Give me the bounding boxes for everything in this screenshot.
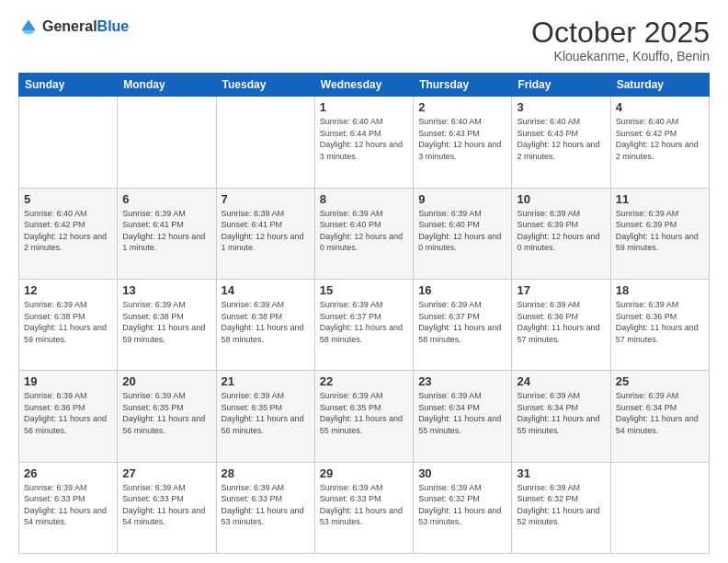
day-info: Sunrise: 6:40 AMSunset: 6:43 PMDaylight:… bbox=[418, 116, 506, 162]
calendar-cell: 21Sunrise: 6:39 AMSunset: 6:35 PMDayligh… bbox=[216, 371, 314, 462]
day-number: 26 bbox=[24, 466, 112, 480]
calendar-cell: 30Sunrise: 6:39 AMSunset: 6:32 PMDayligh… bbox=[414, 462, 512, 553]
day-info: Sunrise: 6:39 AMSunset: 6:39 PMDaylight:… bbox=[616, 208, 704, 254]
day-info: Sunrise: 6:39 AMSunset: 6:41 PMDaylight:… bbox=[222, 208, 310, 254]
day-info: Sunrise: 6:39 AMSunset: 6:33 PMDaylight:… bbox=[24, 482, 112, 528]
day-info: Sunrise: 6:39 AMSunset: 6:34 PMDaylight:… bbox=[418, 390, 506, 436]
calendar-cell: 5Sunrise: 6:40 AMSunset: 6:42 PMDaylight… bbox=[19, 188, 118, 279]
title-block: October 2025 Klouekanme, Kouffo, Benin bbox=[531, 17, 710, 63]
calendar-cell: 27Sunrise: 6:39 AMSunset: 6:33 PMDayligh… bbox=[118, 462, 216, 553]
col-saturday: Saturday bbox=[610, 74, 709, 97]
day-number: 1 bbox=[320, 100, 408, 114]
logo: GeneralBlue bbox=[18, 17, 129, 37]
calendar-cell: 23Sunrise: 6:39 AMSunset: 6:34 PMDayligh… bbox=[414, 371, 512, 462]
calendar-table: Sunday Monday Tuesday Wednesday Thursday… bbox=[18, 73, 710, 554]
calendar-cell bbox=[19, 97, 118, 188]
calendar-cell: 9Sunrise: 6:39 AMSunset: 6:40 PMDaylight… bbox=[414, 188, 512, 279]
day-info: Sunrise: 6:39 AMSunset: 6:39 PMDaylight:… bbox=[517, 208, 605, 254]
day-info: Sunrise: 6:39 AMSunset: 6:33 PMDaylight:… bbox=[122, 482, 210, 528]
svg-marker-1 bbox=[22, 20, 36, 34]
calendar-week-1: 1Sunrise: 6:40 AMSunset: 6:44 PMDaylight… bbox=[19, 97, 710, 188]
calendar-cell: 29Sunrise: 6:39 AMSunset: 6:33 PMDayligh… bbox=[314, 462, 413, 553]
calendar-cell: 11Sunrise: 6:39 AMSunset: 6:39 PMDayligh… bbox=[610, 188, 709, 279]
calendar-cell: 2Sunrise: 6:40 AMSunset: 6:43 PMDaylight… bbox=[414, 97, 512, 188]
calendar-cell bbox=[118, 97, 216, 188]
day-number: 17 bbox=[517, 283, 605, 297]
calendar-cell: 22Sunrise: 6:39 AMSunset: 6:35 PMDayligh… bbox=[314, 371, 413, 462]
calendar-cell: 1Sunrise: 6:40 AMSunset: 6:44 PMDaylight… bbox=[314, 97, 413, 188]
calendar-cell: 10Sunrise: 6:39 AMSunset: 6:39 PMDayligh… bbox=[512, 188, 610, 279]
calendar-cell: 24Sunrise: 6:39 AMSunset: 6:34 PMDayligh… bbox=[512, 371, 610, 462]
day-number: 19 bbox=[24, 374, 112, 388]
day-info: Sunrise: 6:39 AMSunset: 6:38 PMDaylight:… bbox=[24, 299, 112, 345]
day-number: 6 bbox=[122, 192, 210, 206]
calendar-cell: 13Sunrise: 6:39 AMSunset: 6:38 PMDayligh… bbox=[118, 279, 216, 370]
day-number: 12 bbox=[24, 283, 112, 297]
day-number: 13 bbox=[122, 283, 210, 297]
logo-text: GeneralBlue bbox=[42, 18, 129, 35]
col-sunday: Sunday bbox=[19, 74, 118, 97]
day-number: 22 bbox=[320, 374, 408, 388]
day-number: 18 bbox=[616, 283, 704, 297]
calendar-cell: 18Sunrise: 6:39 AMSunset: 6:36 PMDayligh… bbox=[610, 279, 709, 370]
logo-blue: Blue bbox=[97, 18, 130, 34]
day-number: 28 bbox=[222, 466, 310, 480]
logo-general: General bbox=[42, 18, 97, 34]
day-number: 14 bbox=[222, 283, 310, 297]
day-info: Sunrise: 6:39 AMSunset: 6:37 PMDaylight:… bbox=[320, 299, 408, 345]
calendar-cell: 16Sunrise: 6:39 AMSunset: 6:37 PMDayligh… bbox=[414, 279, 512, 370]
calendar-cell: 3Sunrise: 6:40 AMSunset: 6:43 PMDaylight… bbox=[512, 97, 610, 188]
calendar-cell: 31Sunrise: 6:39 AMSunset: 6:32 PMDayligh… bbox=[512, 462, 610, 553]
day-info: Sunrise: 6:39 AMSunset: 6:40 PMDaylight:… bbox=[320, 208, 408, 254]
logo-icon bbox=[18, 17, 39, 37]
calendar-cell: 28Sunrise: 6:39 AMSunset: 6:33 PMDayligh… bbox=[216, 462, 314, 553]
day-number: 8 bbox=[320, 192, 408, 206]
col-wednesday: Wednesday bbox=[314, 74, 413, 97]
calendar-cell: 14Sunrise: 6:39 AMSunset: 6:38 PMDayligh… bbox=[216, 279, 314, 370]
day-number: 5 bbox=[24, 192, 112, 206]
day-info: Sunrise: 6:39 AMSunset: 6:33 PMDaylight:… bbox=[320, 482, 408, 528]
calendar-cell: 26Sunrise: 6:39 AMSunset: 6:33 PMDayligh… bbox=[19, 462, 118, 553]
day-number: 27 bbox=[122, 466, 210, 480]
calendar-title: October 2025 bbox=[531, 17, 710, 49]
calendar-cell: 4Sunrise: 6:40 AMSunset: 6:42 PMDaylight… bbox=[610, 97, 709, 188]
calendar-header-row: Sunday Monday Tuesday Wednesday Thursday… bbox=[19, 74, 710, 97]
day-number: 25 bbox=[616, 374, 704, 388]
day-info: Sunrise: 6:39 AMSunset: 6:37 PMDaylight:… bbox=[418, 299, 506, 345]
col-friday: Friday bbox=[512, 74, 610, 97]
day-info: Sunrise: 6:39 AMSunset: 6:40 PMDaylight:… bbox=[418, 208, 506, 254]
calendar-cell: 12Sunrise: 6:39 AMSunset: 6:38 PMDayligh… bbox=[19, 279, 118, 370]
day-info: Sunrise: 6:39 AMSunset: 6:41 PMDaylight:… bbox=[122, 208, 210, 254]
col-thursday: Thursday bbox=[414, 74, 512, 97]
calendar-week-5: 26Sunrise: 6:39 AMSunset: 6:33 PMDayligh… bbox=[19, 462, 710, 553]
day-info: Sunrise: 6:39 AMSunset: 6:38 PMDaylight:… bbox=[122, 299, 210, 345]
day-number: 7 bbox=[222, 192, 310, 206]
day-info: Sunrise: 6:40 AMSunset: 6:43 PMDaylight:… bbox=[517, 116, 605, 162]
day-info: Sunrise: 6:40 AMSunset: 6:44 PMDaylight:… bbox=[320, 116, 408, 162]
calendar-cell bbox=[610, 462, 709, 553]
day-info: Sunrise: 6:39 AMSunset: 6:32 PMDaylight:… bbox=[517, 482, 605, 528]
day-number: 15 bbox=[320, 283, 408, 297]
day-number: 10 bbox=[517, 192, 605, 206]
col-monday: Monday bbox=[118, 74, 216, 97]
calendar-cell bbox=[216, 97, 314, 188]
calendar-cell: 17Sunrise: 6:39 AMSunset: 6:36 PMDayligh… bbox=[512, 279, 610, 370]
day-number: 4 bbox=[616, 100, 704, 114]
header: GeneralBlue October 2025 Klouekanme, Kou… bbox=[18, 17, 710, 63]
day-info: Sunrise: 6:39 AMSunset: 6:34 PMDaylight:… bbox=[616, 390, 704, 436]
calendar-cell: 7Sunrise: 6:39 AMSunset: 6:41 PMDaylight… bbox=[216, 188, 314, 279]
day-info: Sunrise: 6:39 AMSunset: 6:36 PMDaylight:… bbox=[616, 299, 704, 345]
calendar-cell: 15Sunrise: 6:39 AMSunset: 6:37 PMDayligh… bbox=[314, 279, 413, 370]
day-number: 23 bbox=[418, 374, 506, 388]
day-number: 16 bbox=[418, 283, 506, 297]
calendar-subtitle: Klouekanme, Kouffo, Benin bbox=[531, 49, 710, 63]
day-info: Sunrise: 6:40 AMSunset: 6:42 PMDaylight:… bbox=[24, 208, 112, 254]
calendar-cell: 20Sunrise: 6:39 AMSunset: 6:35 PMDayligh… bbox=[118, 371, 216, 462]
day-number: 9 bbox=[418, 192, 506, 206]
calendar-cell: 19Sunrise: 6:39 AMSunset: 6:36 PMDayligh… bbox=[19, 371, 118, 462]
day-number: 11 bbox=[616, 192, 704, 206]
day-number: 20 bbox=[122, 374, 210, 388]
day-info: Sunrise: 6:40 AMSunset: 6:42 PMDaylight:… bbox=[616, 116, 704, 162]
day-info: Sunrise: 6:39 AMSunset: 6:35 PMDaylight:… bbox=[122, 390, 210, 436]
calendar-cell: 8Sunrise: 6:39 AMSunset: 6:40 PMDaylight… bbox=[314, 188, 413, 279]
